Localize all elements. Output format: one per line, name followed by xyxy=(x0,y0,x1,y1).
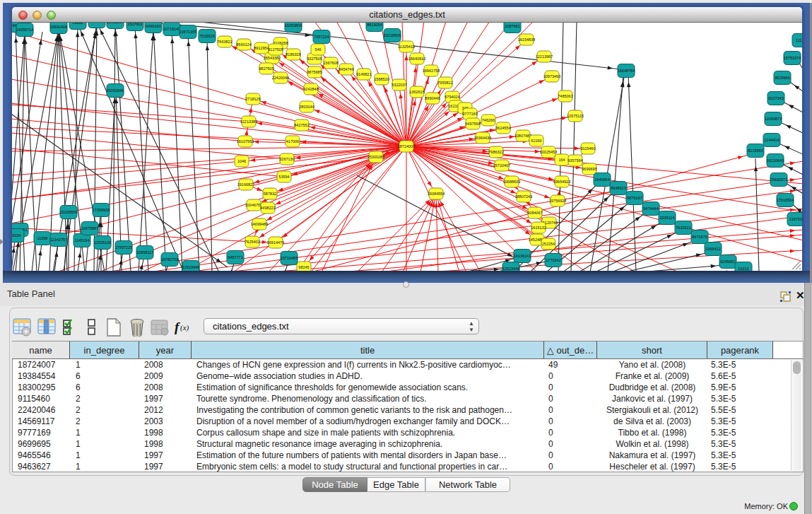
svg-text:6466160: 6466160 xyxy=(146,24,160,28)
svg-text:1145194: 1145194 xyxy=(74,238,89,243)
svg-text:546: 546 xyxy=(314,47,321,52)
svg-text:2087682: 2087682 xyxy=(505,24,519,28)
svg-text:16543382: 16543382 xyxy=(264,56,281,60)
svg-text:417006: 417006 xyxy=(286,139,299,144)
svg-text:1362615: 1362615 xyxy=(409,90,424,94)
svg-text:7632621: 7632621 xyxy=(676,226,690,230)
svg-text:14136141: 14136141 xyxy=(514,254,531,258)
svg-text:16107553: 16107553 xyxy=(237,139,254,144)
svg-text:11568: 11568 xyxy=(37,236,48,240)
svg-text:252254: 252254 xyxy=(542,242,555,246)
svg-text:9777169: 9777169 xyxy=(462,112,477,116)
svg-text:2803144: 2803144 xyxy=(299,105,314,109)
svg-text:17957225: 17957225 xyxy=(115,245,132,250)
svg-text:1244419: 1244419 xyxy=(764,138,779,142)
svg-text:746266: 746266 xyxy=(482,118,495,122)
svg-text:1046: 1046 xyxy=(237,159,246,163)
svg-text:8912954: 8912954 xyxy=(254,46,269,50)
svg-text:7625402: 7625402 xyxy=(245,240,259,244)
svg-text:17359928: 17359928 xyxy=(93,208,110,212)
svg-text:98245: 98245 xyxy=(298,265,309,269)
svg-text:14055714: 14055714 xyxy=(16,28,33,32)
svg-text:39154: 39154 xyxy=(12,233,21,238)
svg-text:2367608: 2367608 xyxy=(323,61,338,65)
svg-text:164: 164 xyxy=(558,158,565,162)
svg-text:12923448: 12923448 xyxy=(502,267,519,271)
svg-text:20364436: 20364436 xyxy=(474,136,491,140)
svg-text:16210643: 16210643 xyxy=(767,158,784,163)
svg-text:15751074: 15751074 xyxy=(784,56,801,60)
svg-text:8454749: 8454749 xyxy=(339,67,353,71)
svg-text:19096: 19096 xyxy=(72,23,83,25)
svg-text:9529966: 9529966 xyxy=(775,76,789,80)
svg-text:2935114: 2935114 xyxy=(659,216,674,220)
svg-text:53594: 53594 xyxy=(278,175,289,179)
svg-text:12505135: 12505135 xyxy=(94,240,111,245)
svg-text:4498222: 4498222 xyxy=(260,206,275,210)
svg-text:19166827: 19166827 xyxy=(237,182,254,187)
svg-text:587832: 587832 xyxy=(264,192,276,196)
svg-text:1065412: 1065412 xyxy=(705,247,720,251)
svg-text:9474444: 9474444 xyxy=(643,206,658,211)
svg-text:6497568: 6497568 xyxy=(465,122,480,126)
svg-text:7485063: 7485063 xyxy=(558,94,572,98)
svg-text:15716485: 15716485 xyxy=(281,256,298,260)
svg-text:8215955: 8215955 xyxy=(748,148,763,153)
svg-text:9327505: 9327505 xyxy=(307,57,322,61)
svg-text:16213: 16213 xyxy=(738,267,748,271)
svg-text:7986322: 7986322 xyxy=(488,150,503,154)
svg-text:8938923: 8938923 xyxy=(611,186,625,190)
svg-text:16782759: 16782759 xyxy=(161,257,178,262)
svg-text:20206556: 20206556 xyxy=(60,210,77,214)
svg-text:1588520: 1588520 xyxy=(374,77,389,81)
svg-text:6879197: 6879197 xyxy=(627,196,642,200)
svg-text:10025453: 10025453 xyxy=(540,150,557,154)
svg-text:18724007: 18724007 xyxy=(398,144,415,148)
svg-text:20053346: 20053346 xyxy=(107,88,124,93)
svg-text:12093873: 12093873 xyxy=(765,117,782,121)
svg-text:10975887: 10975887 xyxy=(81,226,98,230)
svg-text:9357584: 9357584 xyxy=(567,158,582,163)
svg-text:9146821: 9146821 xyxy=(356,72,371,76)
svg-text:12923448: 12923448 xyxy=(182,265,199,269)
svg-text:10671355: 10671355 xyxy=(180,30,196,34)
svg-text:3267130: 3267130 xyxy=(279,157,294,161)
svg-text:8471670: 8471670 xyxy=(692,235,707,239)
svg-text:16055: 16055 xyxy=(91,23,102,23)
svg-text:8186328: 8186328 xyxy=(286,52,300,57)
svg-text:116753: 116753 xyxy=(789,217,802,221)
svg-text:10653267: 10653267 xyxy=(107,23,124,24)
svg-text:11325419: 11325419 xyxy=(398,45,415,49)
svg-text:16961758: 16961758 xyxy=(423,69,440,73)
svg-text:1773342: 1773342 xyxy=(546,258,560,262)
svg-text:15720407: 15720407 xyxy=(493,163,510,168)
svg-text:9699695: 9699695 xyxy=(582,167,596,171)
svg-text:9457771: 9457771 xyxy=(228,255,242,259)
svg-text:9827505: 9827505 xyxy=(259,66,273,71)
svg-text:6794024: 6794024 xyxy=(445,95,459,99)
svg-text:16914479: 16914479 xyxy=(267,240,284,245)
svg-text:3875685: 3875685 xyxy=(307,70,322,74)
svg-text:25300285: 25300285 xyxy=(367,155,384,159)
svg-text:22420046: 22420046 xyxy=(272,76,289,80)
svg-text:12975115: 12975115 xyxy=(567,114,584,118)
svg-text:f: f xyxy=(175,320,180,334)
svg-text:15692971: 15692971 xyxy=(770,177,787,182)
svg-text:62160: 62160 xyxy=(531,139,541,143)
svg-text:19654923: 19654923 xyxy=(553,180,570,184)
svg-text:16053809: 16053809 xyxy=(285,23,302,28)
svg-text:10807487: 10807487 xyxy=(514,134,531,138)
svg-text:14099489: 14099489 xyxy=(251,222,268,226)
svg-text:7663822: 7663822 xyxy=(217,40,232,44)
svg-text:9242848: 9242848 xyxy=(303,87,318,91)
svg-text:17016504: 17016504 xyxy=(777,198,794,202)
svg-text:11126: 11126 xyxy=(796,38,802,42)
svg-text:10973493: 10973493 xyxy=(543,74,560,78)
svg-text:12213389: 12213389 xyxy=(240,119,257,124)
svg-text:(x): (x) xyxy=(180,323,189,332)
svg-text:9115460: 9115460 xyxy=(580,146,595,151)
svg-text:18807249: 18807249 xyxy=(515,194,532,199)
svg-text:10719145: 10719145 xyxy=(163,27,180,31)
svg-text:2718126: 2718126 xyxy=(245,97,260,101)
svg-text:10688609: 10688609 xyxy=(503,180,520,184)
